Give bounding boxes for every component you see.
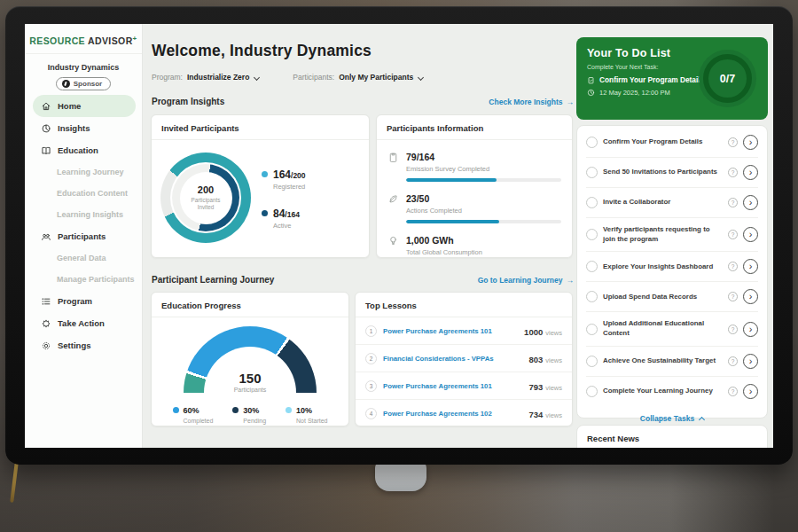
sidebar-item-manage-participants[interactable]: Manage Participants: [33, 269, 136, 290]
task-row[interactable]: Send 50 Invitations to Participants ? ›: [586, 158, 758, 188]
chevron-right-button[interactable]: ›: [743, 384, 758, 399]
gauge-center-label: Participants: [234, 387, 267, 393]
burst-icon: [41, 318, 51, 329]
clock-icon: [587, 89, 595, 97]
recent-news-heading: Recent News: [577, 426, 767, 448]
chevron-right-button[interactable]: ›: [743, 227, 758, 242]
task-row[interactable]: Invite a Collaborator ? ›: [586, 188, 758, 218]
legend-item-not-started: 10% Not Started: [286, 401, 327, 424]
lesson-link[interactable]: Power Purchase Agreements 102: [383, 410, 522, 418]
task-row[interactable]: Upload Additional Educational Content ? …: [586, 312, 758, 346]
chevron-down-icon[interactable]: [418, 74, 424, 80]
chevron-right-button[interactable]: ›: [743, 135, 758, 150]
chevron-right-button[interactable]: ›: [743, 289, 758, 304]
chevron-down-icon[interactable]: [254, 74, 260, 80]
progress-fill: [406, 178, 497, 182]
task-checkbox[interactable]: [586, 386, 598, 397]
sidebar-item-label: Take Action: [58, 318, 105, 328]
chevron-right-button[interactable]: ›: [743, 354, 758, 369]
lesson-link[interactable]: Power Purchase Agreements 101: [383, 327, 518, 335]
arrow-right-icon: →: [567, 276, 575, 285]
sidebar-item-learning-journey[interactable]: Learning Journey: [33, 161, 136, 183]
sidebar-item-settings[interactable]: Settings: [33, 334, 136, 356]
lesson-row: 4 Power Purchase Agreements 102 734views: [356, 400, 572, 426]
sidebar-item-label: Insights: [58, 123, 90, 133]
gauge-center-value: 150: [239, 371, 261, 386]
sidebar-item-take-action[interactable]: Take Action: [33, 312, 136, 334]
info-row-emission-survey: 79/164 Emission Survey Completed: [377, 140, 572, 182]
legend-dot: [286, 407, 292, 413]
sidebar-item-insights[interactable]: Insights: [33, 117, 136, 139]
sidebar-item-label: Participants: [58, 231, 106, 241]
legend-item-registered: 164/200 Registered: [262, 166, 306, 191]
task-checkbox[interactable]: [586, 324, 598, 335]
organization-name: Industry Dynamics: [25, 63, 142, 72]
sidebar-item-general-data[interactable]: General Data: [33, 247, 136, 269]
task-info-icon[interactable]: ?: [728, 230, 738, 239]
task-checkbox[interactable]: [586, 167, 598, 178]
monitor-bezel: RESOURCE ADVISOR+ Industry Dynamics Spon…: [5, 6, 793, 465]
task-row[interactable]: Achieve One Sustainability Target ? ›: [586, 347, 758, 377]
sidebar-item-label: General Data: [57, 254, 106, 262]
program-filter-select[interactable]: Industrialize Zero: [187, 73, 249, 82]
task-checkbox[interactable]: [586, 291, 598, 302]
task-info-icon[interactable]: ?: [728, 356, 738, 366]
sidebar-item-label: Education Content: [57, 189, 128, 198]
task-checkbox[interactable]: [586, 261, 598, 272]
sidebar-item-label: Education: [58, 145, 98, 155]
task-info-icon[interactable]: ?: [728, 387, 738, 396]
task-row[interactable]: Upload Spend Data Records ? ›: [586, 282, 758, 312]
task-row[interactable]: Explore Your Insights Dashboard ? ›: [586, 252, 758, 282]
task-row[interactable]: Complete Your Learning Journey ? ›: [586, 377, 758, 406]
sidebar-item-education-content[interactable]: Education Content: [33, 183, 136, 204]
task-label: Upload Additional Educational Content: [603, 319, 723, 338]
chevron-right-button[interactable]: ›: [743, 322, 758, 337]
lesson-link[interactable]: Power Purchase Agreements 101: [383, 382, 522, 390]
task-checkbox[interactable]: [586, 197, 598, 208]
views-suffix: views: [545, 411, 562, 419]
chevron-right-button[interactable]: ›: [743, 195, 758, 210]
task-info-icon[interactable]: ?: [728, 262, 738, 271]
sponsor-badge[interactable]: Sponsor: [56, 77, 111, 90]
chevron-right-button[interactable]: ›: [743, 259, 758, 274]
task-info-icon[interactable]: ?: [728, 325, 738, 334]
check-more-insights-link[interactable]: Check More Insights→: [489, 98, 574, 106]
task-label: Invite a Collaborator: [603, 198, 723, 207]
task-checkbox[interactable]: [586, 356, 598, 367]
participants-filter-select[interactable]: Only My Participants: [339, 73, 413, 82]
task-info-icon[interactable]: ?: [728, 198, 738, 207]
donut-center-label: Participants Invited: [186, 197, 225, 211]
task-checkbox[interactable]: [586, 229, 598, 240]
arrow-right-icon: →: [567, 98, 575, 106]
views-suffix: views: [545, 329, 562, 337]
todo-progress-ring: 0/7: [699, 50, 756, 107]
task-info-icon[interactable]: ?: [728, 137, 738, 147]
task-row[interactable]: Verify participants requesting to join t…: [586, 218, 758, 252]
sidebar-item-participants[interactable]: Participants: [33, 225, 136, 247]
recent-news-card: Recent News: [576, 425, 768, 448]
home-icon: [41, 101, 51, 112]
task-checkbox[interactable]: [586, 137, 598, 148]
lesson-link[interactable]: Financial Considerations - VPPAs: [383, 355, 522, 363]
sidebar-item-program[interactable]: Program: [33, 290, 136, 312]
sidebar-item-home[interactable]: Home: [33, 95, 136, 117]
page-title: Welcome, Industry Dynamics: [152, 42, 372, 60]
chevron-right-button[interactable]: ›: [743, 165, 758, 180]
task-label: Upload Spend Data Records: [603, 293, 723, 302]
sidebar-item-label: Learning Insights: [57, 210, 123, 219]
metric-value: 79/164: [406, 152, 434, 162]
legend-item-pending: 30% Pending: [232, 401, 266, 424]
legend-label: Registered: [273, 183, 306, 191]
logo-plus: +: [133, 35, 137, 43]
task-info-icon[interactable]: ?: [728, 168, 738, 177]
education-progress-card: Education Progress 150 Participants 60% …: [151, 292, 349, 426]
sidebar-item-learning-insights[interactable]: Learning Insights: [33, 204, 136, 225]
task-info-icon[interactable]: ?: [728, 292, 738, 301]
gauge-legend: 60% Completed 30% Pending 10% Not Starte…: [173, 401, 328, 424]
legend-dot: [262, 210, 268, 216]
clipboard-check-icon: [587, 76, 595, 84]
lesson-row: 3 Power Purchase Agreements 101 793views: [356, 372, 572, 400]
sidebar-item-education[interactable]: Education: [33, 139, 136, 161]
task-row[interactable]: Confirm Your Program Details ? ›: [586, 128, 758, 158]
go-to-learning-journey-link[interactable]: Go to Learning Journey→: [478, 276, 574, 285]
